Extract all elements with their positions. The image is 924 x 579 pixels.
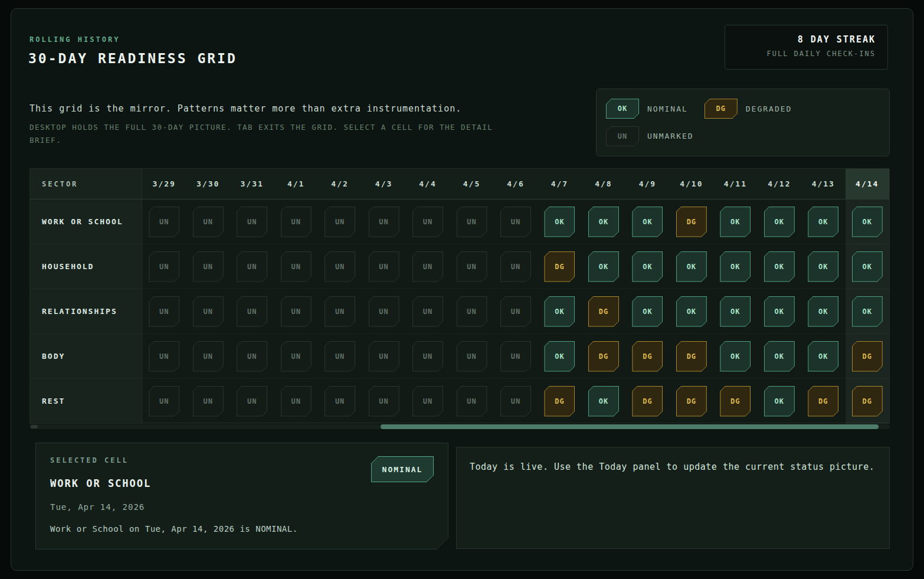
grid-cell-relationships-4-7[interactable]: OK	[538, 289, 581, 334]
grid-cell-rest-4-5[interactable]: UN	[450, 379, 493, 424]
grid-cell-work-or-school-4-6[interactable]: UN	[494, 199, 538, 244]
grid-cell-relationships-4-8[interactable]: DG	[582, 289, 625, 334]
grid-cell-household-4-8[interactable]: OK	[582, 244, 625, 289]
grid-cell-relationships-4-4[interactable]: UN	[406, 289, 450, 334]
grid-cell-rest-4-14[interactable]: DG	[846, 379, 889, 424]
grid-cell-body-3-29[interactable]: UN	[142, 334, 186, 379]
grid-cell-rest-4-8[interactable]: OK	[582, 379, 625, 424]
grid-cell-work-or-school-4-1[interactable]: UN	[274, 199, 317, 244]
scrollbar-left-nub[interactable]	[31, 425, 38, 428]
status-chip-ok: OK	[720, 296, 751, 327]
grid-cell-household-4-11[interactable]: OK	[713, 244, 757, 289]
grid-cell-work-or-school-4-9[interactable]: OK	[625, 199, 669, 244]
grid-cell-work-or-school-4-2[interactable]: UN	[318, 199, 362, 244]
grid-cell-relationships-4-10[interactable]: OK	[670, 289, 713, 334]
grid-cell-body-4-2[interactable]: UN	[318, 334, 362, 379]
selected-date: Tue, Apr 14, 2026	[50, 502, 434, 512]
status-chip-ok: OK	[588, 386, 619, 417]
grid-cell-work-or-school-4-13[interactable]: OK	[801, 199, 845, 244]
grid-cell-household-4-4[interactable]: UN	[406, 244, 450, 289]
status-chip-text: UN	[203, 352, 212, 361]
grid-cell-household-4-3[interactable]: UN	[362, 244, 405, 289]
grid-cell-household-4-5[interactable]: UN	[450, 244, 493, 289]
grid-cell-household-4-9[interactable]: OK	[625, 244, 669, 289]
status-chip-text: DG	[863, 397, 872, 405]
grid-cell-body-3-30[interactable]: UN	[186, 334, 230, 379]
grid-cell-work-or-school-4-8[interactable]: OK	[582, 199, 625, 244]
grid-cell-rest-4-6[interactable]: UN	[494, 379, 538, 424]
grid-cell-rest-4-2[interactable]: UN	[318, 379, 362, 424]
grid-cell-rest-4-4[interactable]: UN	[406, 379, 450, 424]
grid-cell-household-4-7[interactable]: DG	[538, 244, 581, 289]
grid-cell-relationships-4-6[interactable]: UN	[494, 289, 538, 334]
grid-cell-household-4-1[interactable]: UN	[274, 244, 317, 289]
selected-status-badge[interactable]: NOMINAL	[371, 456, 434, 482]
grid-cell-body-4-9[interactable]: DG	[625, 334, 669, 379]
grid-cell-work-or-school-4-11[interactable]: OK	[713, 199, 757, 244]
grid-cell-body-4-7[interactable]: OK	[538, 334, 581, 379]
grid-horizontal-scrollbar[interactable]	[30, 424, 890, 429]
grid-cell-body-4-1[interactable]: UN	[274, 334, 317, 379]
grid-cell-relationships-4-11[interactable]: OK	[713, 289, 757, 334]
grid-cell-rest-3-30[interactable]: UN	[186, 379, 230, 424]
grid-cell-relationships-3-30[interactable]: UN	[186, 289, 230, 334]
grid-cell-rest-4-3[interactable]: UN	[362, 379, 405, 424]
status-chip-text: DG	[555, 397, 564, 405]
grid-cell-rest-4-9[interactable]: DG	[625, 379, 669, 424]
grid-cell-work-or-school-4-10[interactable]: DG	[670, 199, 713, 244]
grid-cell-body-4-10[interactable]: DG	[670, 334, 713, 379]
grid-cell-household-3-29[interactable]: UN	[142, 244, 186, 289]
intro-primary-text: This grid is the mirror. Patterns matter…	[30, 103, 461, 114]
grid-cell-work-or-school-4-12[interactable]: OK	[758, 199, 801, 244]
grid-cell-relationships-3-31[interactable]: UN	[230, 289, 274, 334]
grid-cell-relationships-4-14[interactable]: OK	[846, 289, 889, 334]
grid-cell-work-or-school-4-14[interactable]: OK	[846, 199, 889, 244]
grid-cell-body-3-31[interactable]: UN	[230, 334, 274, 379]
grid-cell-body-4-11[interactable]: OK	[713, 334, 757, 379]
grid-cell-relationships-4-5[interactable]: UN	[450, 289, 493, 334]
grid-cell-rest-4-13[interactable]: DG	[801, 379, 845, 424]
grid-cell-relationships-3-29[interactable]: UN	[142, 289, 186, 334]
grid-cell-household-4-13[interactable]: OK	[801, 244, 845, 289]
grid-cell-work-or-school-4-5[interactable]: UN	[450, 199, 493, 244]
grid-cell-rest-3-31[interactable]: UN	[230, 379, 274, 424]
grid-cell-work-or-school-4-7[interactable]: OK	[538, 199, 581, 244]
grid-cell-rest-4-10[interactable]: DG	[670, 379, 713, 424]
grid-cell-household-4-14[interactable]: OK	[846, 244, 889, 289]
grid-cell-rest-4-1[interactable]: UN	[274, 379, 317, 424]
grid-cell-body-4-6[interactable]: UN	[494, 334, 538, 379]
grid-cell-work-or-school-3-30[interactable]: UN	[186, 199, 230, 244]
grid-cell-work-or-school-3-29[interactable]: UN	[142, 199, 186, 244]
scrollbar-thumb[interactable]	[381, 424, 879, 429]
grid-cell-body-4-4[interactable]: UN	[406, 334, 450, 379]
grid-cell-rest-4-11[interactable]: DG	[713, 379, 757, 424]
status-chip-dg: DG	[676, 341, 707, 372]
grid-cell-work-or-school-4-4[interactable]: UN	[406, 199, 450, 244]
grid-cell-household-4-2[interactable]: UN	[318, 244, 362, 289]
grid-cell-relationships-4-12[interactable]: OK	[758, 289, 801, 334]
status-chip-text: OK	[730, 352, 740, 361]
grid-cell-household-4-6[interactable]: UN	[494, 244, 538, 289]
status-chip-text: UN	[203, 218, 212, 226]
grid-cell-body-4-12[interactable]: OK	[758, 334, 801, 379]
grid-cell-body-4-8[interactable]: DG	[582, 334, 625, 379]
grid-cell-rest-4-7[interactable]: DG	[538, 379, 581, 424]
grid-cell-body-4-3[interactable]: UN	[362, 334, 405, 379]
status-chip-text: OK	[643, 218, 652, 226]
grid-cell-household-4-12[interactable]: OK	[758, 244, 801, 289]
grid-cell-household-3-30[interactable]: UN	[186, 244, 230, 289]
grid-cell-relationships-4-1[interactable]: UN	[274, 289, 317, 334]
grid-cell-work-or-school-3-31[interactable]: UN	[230, 199, 274, 244]
grid-cell-rest-4-12[interactable]: OK	[758, 379, 801, 424]
grid-cell-relationships-4-13[interactable]: OK	[801, 289, 845, 334]
grid-cell-relationships-4-3[interactable]: UN	[362, 289, 405, 334]
grid-cell-relationships-4-2[interactable]: UN	[318, 289, 362, 334]
grid-cell-relationships-4-9[interactable]: OK	[625, 289, 669, 334]
grid-cell-rest-3-29[interactable]: UN	[142, 379, 186, 424]
grid-cell-body-4-5[interactable]: UN	[450, 334, 493, 379]
grid-cell-body-4-13[interactable]: OK	[801, 334, 845, 379]
grid-cell-work-or-school-4-3[interactable]: UN	[362, 199, 405, 244]
grid-cell-body-4-14[interactable]: DG	[846, 334, 889, 379]
grid-cell-household-3-31[interactable]: UN	[230, 244, 274, 289]
grid-cell-household-4-10[interactable]: OK	[670, 244, 713, 289]
